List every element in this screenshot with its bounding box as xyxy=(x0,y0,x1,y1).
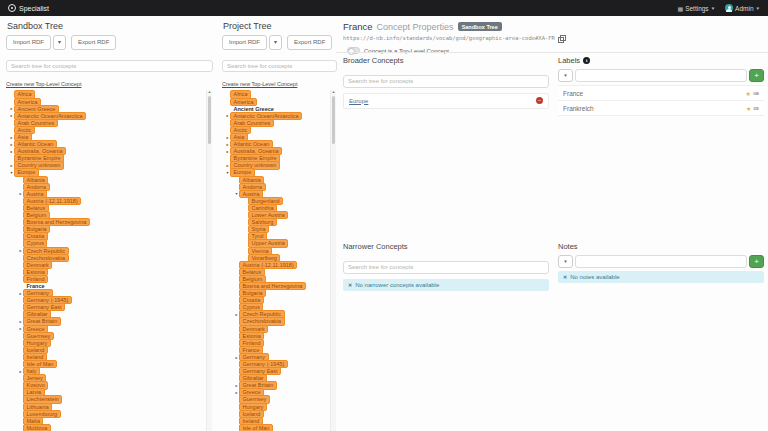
tree-item[interactable]: Cyprus xyxy=(7,240,204,247)
preferred-star-icon[interactable]: ★ xyxy=(746,90,751,97)
concept-properties: France Concept Properties Sandbox Tree h… xyxy=(343,16,764,54)
sandbox-export-rdf-button[interactable]: Export RDF xyxy=(71,35,116,50)
admin-menu[interactable]: Admin ▼ xyxy=(725,4,760,12)
tree-item[interactable]: Arab Countries xyxy=(7,119,204,126)
narrower-concepts-section: Narrower Concepts ✕ No narrower concepts… xyxy=(343,242,549,291)
toggle-knob xyxy=(348,48,355,55)
settings-grid-icon: ▦ xyxy=(677,5,683,12)
header-divider xyxy=(336,52,768,53)
add-note-button[interactable]: + xyxy=(749,255,764,268)
project-import-rdf-button[interactable]: Import RDF xyxy=(222,35,267,50)
settings-label: Settings xyxy=(685,5,709,12)
concept-title: France xyxy=(343,21,373,32)
dismiss-icon[interactable]: ✕ xyxy=(563,274,567,280)
tree-item[interactable]: Iceland xyxy=(223,410,328,417)
broader-search-input[interactable] xyxy=(343,75,549,88)
project-import-options-button[interactable]: ▾ xyxy=(269,35,282,50)
notes-empty-text: No notes available xyxy=(570,274,619,280)
notes-section: Notes ▼ + ✕ No notes available xyxy=(558,242,764,291)
tree-item[interactable]: Andorra xyxy=(223,183,328,190)
scroll-up-icon[interactable]: ▲ xyxy=(331,90,336,94)
label-row: Frankreich ★ DE xyxy=(558,101,764,116)
scrollbar-thumb[interactable] xyxy=(332,96,335,144)
broader-concept-link[interactable]: Europe xyxy=(349,98,368,104)
broader-concepts-section: Broader Concepts Europe – xyxy=(343,56,549,242)
label-language-code: GB xyxy=(753,91,759,96)
tree-item[interactable]: Czechoslovakia xyxy=(223,318,328,325)
tree-item[interactable]: Salzburg xyxy=(223,219,328,226)
add-label-button[interactable]: + xyxy=(749,69,764,82)
note-type-dropdown[interactable]: ▼ xyxy=(558,255,573,268)
project-panel: Project Tree Import RDF ▾ Export RDF Cre… xyxy=(221,16,336,431)
sandbox-tree: Africa America ▸ Ancient Greece ▸ Antarc… xyxy=(5,90,212,431)
app-logo-icon xyxy=(8,4,16,12)
broader-list: Europe – xyxy=(343,93,549,109)
tree-item[interactable]: Finland xyxy=(223,339,328,346)
topbar: Specialist ▦ Settings ▼ Admin ▼ xyxy=(0,0,768,16)
project-tree: Africa America Ancient Greece ▸ Antarcti… xyxy=(221,90,336,431)
tree-item-label[interactable]: Moldova xyxy=(23,424,51,431)
sandbox-tree-scrollbar[interactable]: ▲ ▼ xyxy=(206,90,212,431)
copy-icon[interactable] xyxy=(558,35,564,41)
tree-item[interactable]: ▾ Europe xyxy=(223,169,328,176)
tree-item[interactable]: France xyxy=(223,346,328,353)
settings-menu[interactable]: ▦ Settings ▼ xyxy=(677,5,715,12)
label-language-dropdown[interactable]: ▼ xyxy=(558,69,573,82)
tree-item[interactable]: Hungary xyxy=(223,403,328,410)
avatar xyxy=(725,4,733,12)
tree-item-label[interactable]: Isle of Man xyxy=(239,424,273,431)
sandbox-panel: Sandbox Tree Import RDF ▾ Export RDF Cre… xyxy=(5,16,212,431)
new-note-input[interactable] xyxy=(575,255,747,268)
tree-item[interactable]: Arctic xyxy=(7,126,204,133)
tree-item[interactable]: Austria (-12.11.1918) xyxy=(223,261,328,268)
label-row: France ★ GB xyxy=(558,86,764,101)
broader-heading: Broader Concepts xyxy=(343,56,403,65)
project-title: Project Tree xyxy=(221,16,336,35)
tree-item[interactable]: Estonia xyxy=(223,332,328,339)
remove-broader-icon[interactable]: – xyxy=(536,97,543,104)
dismiss-icon[interactable]: ✕ xyxy=(348,282,352,288)
broader-item-row: Europe – xyxy=(344,94,548,108)
tree-item[interactable]: Denmark xyxy=(223,325,328,332)
narrower-search-input[interactable] xyxy=(343,261,549,274)
label-text: France xyxy=(563,90,583,97)
notes-empty-alert: ✕ No notes available xyxy=(558,271,764,283)
tree-item[interactable]: Belarus xyxy=(223,268,328,275)
narrower-empty-alert: ✕ No narrower concepts available xyxy=(343,279,549,291)
notes-heading: Notes xyxy=(558,242,578,251)
brand-label: Specialist xyxy=(19,5,49,12)
tree-item[interactable]: Upper Austria xyxy=(223,240,328,247)
labels-heading: Labels xyxy=(558,56,580,65)
sandbox-import-options-button[interactable]: ▾ xyxy=(53,35,66,50)
tree-source-badge: Sandbox Tree xyxy=(458,22,502,31)
chevron-down-icon: ▼ xyxy=(756,6,760,11)
tree-item[interactable]: Albania xyxy=(223,176,328,183)
tree-item[interactable]: Guernsey xyxy=(223,396,328,403)
narrower-empty-text: No narrower concepts available xyxy=(355,282,439,288)
tree-item[interactable]: Styria xyxy=(223,226,328,233)
page-title: Concept Properties xyxy=(377,22,454,32)
concept-uri: https://d-nb.info/standards/vocab/gnd/ge… xyxy=(343,35,555,41)
label-list: France ★ GB Frankreich ★ DE xyxy=(558,85,764,116)
sandbox-search-input[interactable] xyxy=(6,60,213,72)
project-create-top-level-link[interactable]: Create new Top-Level Concept xyxy=(222,81,297,87)
sandbox-create-top-level-link[interactable]: Create new Top-Level Concept xyxy=(6,81,81,87)
project-export-rdf-button[interactable]: Export RDF xyxy=(287,35,332,50)
project-search-input[interactable] xyxy=(222,60,337,72)
new-label-input[interactable] xyxy=(575,69,747,82)
labels-section: Labels i ▼ + France ★ GB Frankreic xyxy=(558,56,764,242)
tree-item[interactable]: Isle of Man xyxy=(223,424,328,431)
app: Specialist ▦ Settings ▼ Admin ▼ Sandbox … xyxy=(0,0,768,431)
label-text: Frankreich xyxy=(563,105,594,112)
label-language-code: DE xyxy=(753,106,759,111)
sandbox-import-rdf-button[interactable]: Import RDF xyxy=(6,35,51,50)
info-icon[interactable]: i xyxy=(583,57,590,64)
admin-label: Admin xyxy=(735,5,753,12)
tree-item[interactable]: Ireland xyxy=(223,417,328,424)
scrollbar-thumb[interactable] xyxy=(208,96,211,144)
sandbox-title: Sandbox Tree xyxy=(5,16,212,35)
scroll-up-icon[interactable]: ▲ xyxy=(207,90,212,94)
preferred-star-icon[interactable]: ★ xyxy=(746,105,751,112)
chevron-down-icon: ▼ xyxy=(711,6,715,11)
project-tree-scrollbar[interactable]: ▲ ▼ xyxy=(330,90,336,431)
